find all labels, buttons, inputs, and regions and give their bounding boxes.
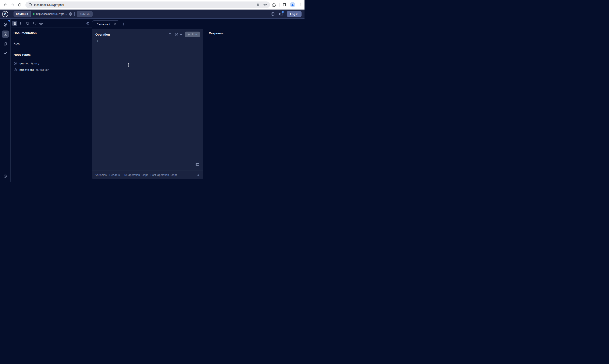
search-icon[interactable]	[32, 21, 37, 26]
operation-title: Operation	[95, 33, 110, 36]
response-panel: Response	[203, 29, 305, 182]
field-type[interactable]: Query	[31, 62, 39, 65]
line-number: 1	[97, 40, 98, 43]
add-tab-icon[interactable]	[122, 22, 126, 26]
connection-status-dot	[33, 13, 35, 15]
bookmark-star-icon[interactable]	[263, 3, 267, 7]
field-type[interactable]: Mutation	[36, 68, 49, 71]
sandbox-badge: SANDBOX	[14, 11, 31, 17]
help-icon[interactable]	[271, 12, 275, 16]
operation-panel: Operation Run 1	[92, 29, 203, 179]
tab-post-operation-script[interactable]: Post-Operation Script	[150, 173, 177, 177]
chevron-down-icon[interactable]	[180, 33, 182, 36]
extensions-icon[interactable]	[272, 3, 276, 7]
play-icon	[188, 33, 190, 36]
address-bar[interactable]: localhost:1337/graphql	[26, 1, 270, 8]
share-icon[interactable]	[168, 33, 172, 36]
documentation-title: Documentation	[13, 31, 88, 35]
text-caret	[105, 39, 105, 43]
documentation-toolbar	[11, 19, 92, 28]
apollo-logo[interactable]: A	[2, 11, 8, 17]
close-icon[interactable]	[114, 23, 116, 26]
save-icon[interactable]	[175, 33, 178, 36]
checks-icon[interactable]	[2, 49, 9, 57]
notification-dot	[282, 11, 284, 13]
left-nav-rail	[0, 19, 11, 182]
endpoint-url[interactable]: http://localhost:1337/gra…	[36, 13, 67, 15]
tab-variables[interactable]: Variables	[95, 173, 107, 177]
docs-icon[interactable]	[12, 21, 17, 26]
profile-avatar[interactable]	[290, 2, 295, 7]
main-area: Documentation Root Root Types query: Que…	[0, 19, 305, 182]
expand-right-icon[interactable]	[3, 173, 8, 179]
documentation-panel: Documentation Root Root Types query: Que…	[11, 19, 92, 182]
tab-headers[interactable]: Headers	[109, 173, 120, 177]
url-text[interactable]: localhost:1337/graphql	[34, 3, 256, 7]
bookmark-icon[interactable]	[19, 21, 24, 26]
endpoint-pill[interactable]: SANDBOX http://localhost:1337/gra…	[13, 11, 75, 17]
reload-icon[interactable]	[16, 1, 23, 9]
changelog-icon[interactable]	[2, 40, 9, 47]
root-type-row-query[interactable]: query: Query	[13, 62, 88, 65]
field-name: query:	[19, 62, 29, 65]
apollo-toolbar: A SANDBOX http://localhost:1337/gra… Pub…	[0, 10, 305, 19]
operation-editor[interactable]: 1	[92, 37, 203, 156]
gear-icon[interactable]	[69, 12, 72, 16]
menu-dots-icon[interactable]	[298, 3, 302, 7]
tab-pre-operation-script[interactable]: Pre-Operation Script	[122, 173, 148, 177]
explorer-icon[interactable]	[2, 30, 9, 38]
schema-notification-dot	[8, 20, 10, 22]
toolbar-divider	[279, 3, 280, 7]
tab-restaurant[interactable]: Restaurant	[92, 20, 119, 28]
divider	[13, 37, 88, 37]
settings-icon[interactable]	[38, 21, 43, 26]
root-type-row-mutation[interactable]: mutation: Mutation	[13, 68, 88, 72]
forward-icon[interactable]	[9, 1, 16, 9]
root-types-title: Root Types	[13, 53, 88, 56]
run-button[interactable]: Run	[185, 32, 200, 37]
divider	[13, 59, 88, 59]
browser-chrome: localhost:1337/graphql	[0, 0, 305, 10]
announcements-icon[interactable]	[279, 12, 283, 16]
tab-label: Restaurant	[97, 23, 114, 26]
collapse-left-icon[interactable]	[86, 21, 90, 26]
docs-root-item[interactable]: Root	[13, 42, 88, 45]
info-icon[interactable]	[28, 3, 32, 7]
side-panel-icon[interactable]	[283, 3, 287, 7]
text-cursor	[127, 63, 130, 67]
zoom-out-icon[interactable]	[256, 3, 260, 7]
field-name: mutation:	[19, 68, 34, 71]
history-icon[interactable]	[25, 21, 30, 26]
schema-graph-icon[interactable]	[2, 21, 9, 28]
login-button[interactable]: Log in	[287, 11, 301, 17]
keyboard-shortcuts-icon[interactable]	[195, 163, 199, 167]
response-title: Response	[203, 29, 305, 35]
circle-plus-icon[interactable]	[13, 62, 17, 65]
collapse-up-icon[interactable]	[196, 173, 200, 177]
circle-plus-icon[interactable]	[13, 68, 17, 72]
publish-button[interactable]: Publish	[77, 11, 93, 17]
operation-footer: Variables Headers Pre-Operation Script P…	[92, 170, 203, 179]
back-icon[interactable]	[2, 1, 9, 9]
